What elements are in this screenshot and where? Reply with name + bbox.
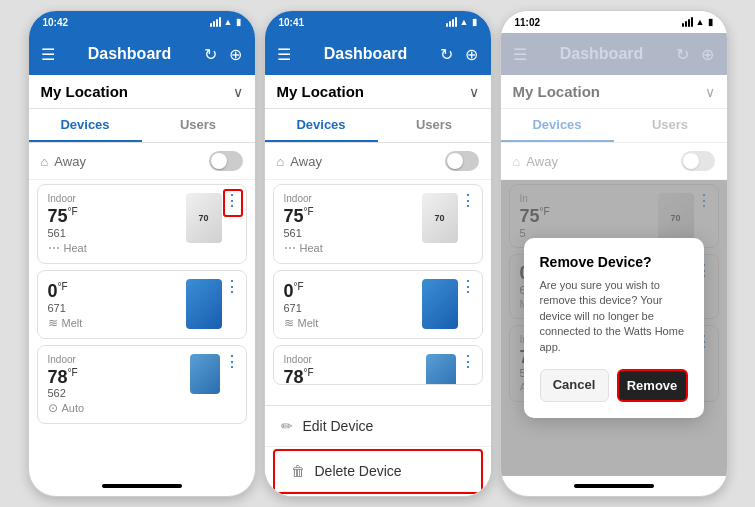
- header-icons-2: ↻ ⊕: [440, 45, 478, 64]
- away-row-1: ⌂ Away: [29, 143, 255, 180]
- device-image-2-1: [422, 279, 458, 329]
- refresh-icon-2[interactable]: ↻: [440, 45, 453, 64]
- device-card-2-0: Indoor 75°F 561 ⋯ Heat 70 ⋮: [273, 184, 483, 264]
- app-header-1: ☰ Dashboard ↻ ⊕: [29, 33, 255, 75]
- chevron-down-icon-3: ∨: [705, 84, 715, 100]
- bar4: [455, 17, 457, 27]
- remove-device-dialog: Remove Device? Are you sure you wish to …: [524, 238, 704, 418]
- menu-icon-1[interactable]: ☰: [41, 45, 55, 64]
- location-title-2: My Location: [277, 83, 365, 100]
- bar3: [216, 19, 218, 27]
- device-card-2-1: 0°F 671 ≋ Melt ⋮: [273, 270, 483, 339]
- refresh-icon-3: ↻: [676, 45, 689, 64]
- bar3: [688, 19, 690, 27]
- melt-icon-2-1: ≋: [284, 316, 294, 330]
- refresh-icon-1[interactable]: ↻: [204, 45, 217, 64]
- device-card-2-2: Indoor 78°F ⋮: [273, 345, 483, 385]
- dialog-buttons: Cancel Remove: [540, 369, 688, 402]
- cancel-button[interactable]: Cancel: [540, 369, 609, 402]
- phone-2: 10:41 ▲ ▮ ☰ Dashboard ↻ ⊕ My L: [264, 10, 492, 497]
- bar1: [210, 23, 212, 27]
- status-right-3: ▲ ▮: [682, 17, 713, 27]
- devices-list-1: Indoor 75°F 561 ⋯ Heat 70 ⋮ 0°F: [29, 180, 255, 476]
- dropdown-menu-2: ✏ Edit Device 🗑 Delete Device: [265, 405, 491, 496]
- mode-label-1-1: Melt: [62, 317, 83, 329]
- dots-menu-1-2[interactable]: ⋮: [224, 354, 240, 370]
- status-bar-3: 11:02 ▲ ▮: [501, 11, 727, 33]
- dots-highlight-1-0: [223, 189, 243, 217]
- battery-icon-1: ▮: [236, 17, 241, 27]
- wifi-icon-2: ▲: [460, 17, 469, 27]
- time-1: 10:42: [43, 17, 69, 28]
- delete-device-item[interactable]: 🗑 Delete Device: [275, 451, 481, 492]
- toggle-thumb-3: [683, 153, 699, 169]
- bar1: [446, 23, 448, 27]
- bar2: [685, 21, 687, 27]
- tabs-1: Devices Users: [29, 109, 255, 143]
- location-bar-2[interactable]: My Location ∨: [265, 75, 491, 109]
- device-image-1-0: 70: [186, 193, 222, 243]
- add-icon-2[interactable]: ⊕: [465, 45, 478, 64]
- header-title-3: Dashboard: [560, 45, 644, 63]
- toggle-thumb-1: [211, 153, 227, 169]
- delete-device-label: Delete Device: [315, 463, 402, 479]
- phones-container: 10:42 ▲ ▮ ☰ Dashboard ↻ ⊕ My L: [20, 2, 736, 505]
- away-toggle-2[interactable]: [445, 151, 479, 171]
- device-mode-1-2: ⊙ Auto: [48, 401, 236, 415]
- time-2: 10:41: [279, 17, 305, 28]
- away-toggle-1[interactable]: [209, 151, 243, 171]
- tabs-3: Devices Users: [501, 109, 727, 143]
- mode-label-1-0: Heat: [64, 242, 87, 254]
- signal-2: [446, 17, 457, 27]
- dots-menu-1-1[interactable]: ⋮: [224, 279, 240, 295]
- battery-icon-3: ▮: [708, 17, 713, 27]
- bar2: [213, 21, 215, 27]
- header-title-2: Dashboard: [324, 45, 408, 63]
- heat-icon-1-0: ⋯: [48, 241, 60, 255]
- status-bar-1: 10:42 ▲ ▮: [29, 11, 255, 33]
- mode-label-2-1: Melt: [298, 317, 319, 329]
- tab-devices-2[interactable]: Devices: [265, 109, 378, 142]
- device-image-1-1: [186, 279, 222, 329]
- bar4: [219, 17, 221, 27]
- tab-devices-1[interactable]: Devices: [29, 109, 142, 142]
- bar4: [691, 17, 693, 27]
- device-image-1-2: [190, 354, 220, 394]
- add-icon-3: ⊕: [701, 45, 714, 64]
- dialog-title: Remove Device?: [540, 254, 688, 270]
- dots-menu-2-2[interactable]: ⋮: [460, 354, 476, 370]
- away-icon-2: ⌂: [277, 154, 285, 169]
- edit-device-item[interactable]: ✏ Edit Device: [265, 406, 491, 447]
- away-icon-3: ⌂: [513, 154, 521, 169]
- bar3: [452, 19, 454, 27]
- away-label-1: Away: [54, 154, 202, 169]
- tab-users-1[interactable]: Users: [142, 109, 255, 142]
- device-card-1-0: Indoor 75°F 561 ⋯ Heat 70 ⋮: [37, 184, 247, 264]
- location-title-3: My Location: [513, 83, 601, 100]
- location-bar-3: My Location ∨: [501, 75, 727, 109]
- trash-icon: 🗑: [291, 463, 305, 479]
- add-icon-1[interactable]: ⊕: [229, 45, 242, 64]
- tab-users-2[interactable]: Users: [378, 109, 491, 142]
- device-card-1-1: 0°F 671 ≋ Melt ⋮: [37, 270, 247, 339]
- menu-icon-2[interactable]: ☰: [277, 45, 291, 64]
- heat-icon-2-0: ⋯: [284, 241, 296, 255]
- auto-icon-1-2: ⊙: [48, 401, 58, 415]
- home-bar-3: [574, 484, 654, 488]
- home-bar-1: [102, 484, 182, 488]
- chevron-down-icon-2: ∨: [469, 84, 479, 100]
- away-icon-1: ⌂: [41, 154, 49, 169]
- device-image-2-2: [426, 354, 456, 385]
- signal-3: [682, 17, 693, 27]
- app-header-3: ☰ Dashboard ↻ ⊕: [501, 33, 727, 75]
- dots-menu-2-0[interactable]: ⋮: [460, 193, 476, 209]
- phone3-body: In 75°F 5 70 ⋮ 0°F 671 Melt ⋮: [501, 180, 727, 476]
- mode-label-1-2: Auto: [62, 402, 85, 414]
- home-indicator-1: [29, 476, 255, 496]
- dots-menu-2-1[interactable]: ⋮: [460, 279, 476, 295]
- app-header-2: ☰ Dashboard ↻ ⊕: [265, 33, 491, 75]
- remove-button[interactable]: Remove: [617, 369, 688, 402]
- edit-device-label: Edit Device: [303, 418, 374, 434]
- wifi-icon-3: ▲: [696, 17, 705, 27]
- location-bar-1[interactable]: My Location ∨: [29, 75, 255, 109]
